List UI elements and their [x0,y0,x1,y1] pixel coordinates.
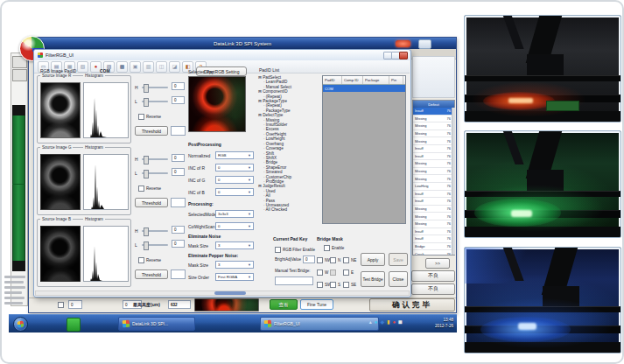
inc-of-g-dropdown[interactable]: 0▼ [215,176,254,184]
threshold-field[interactable] [171,198,186,207]
defect-row[interactable]: Crack76 [413,250,454,256]
taskbar-clock[interactable]: 13:48 2012-7-26 [435,317,453,329]
tray-icon[interactable]: ● [392,319,396,325]
selected-mode-dropdown[interactable]: 3x3x3▼ [215,210,254,218]
defect-row[interactable]: LowHeig76 [413,183,454,191]
l-slider[interactable]: L [135,99,168,104]
size-order-dropdown[interactable]: First RGBA▼ [215,273,254,281]
defect-row[interactable]: Insuff76 [413,145,454,153]
threshold-field[interactable] [171,270,186,279]
system-tray[interactable]: ▴●◆▮●◼ [369,319,403,325]
l-slider[interactable]: L [135,171,168,176]
dialog-close-button[interactable] [399,52,408,60]
taskbar-app-datalink[interactable]: DataLink 3D SPI... [118,317,195,331]
inc-of-r-dropdown[interactable]: 0▼ [215,164,254,172]
fine-tune-button[interactable]: Fine Tune [300,299,333,310]
normalized-dropdown[interactable]: RGB▼ [215,151,254,159]
manual-test-bridge-field[interactable] [275,276,313,285]
quick-launch-green-icon[interactable] [67,318,81,332]
tree-item[interactable]: · All Checked [257,207,319,212]
copy-icon[interactable]: ◫ [156,61,167,73]
defect-row[interactable]: Missing76 [413,175,454,183]
board-map-green-bar[interactable] [12,116,25,261]
l-value-field[interactable]: 0 [172,96,185,104]
padid-column-header[interactable]: Package [363,76,389,84]
reverse-checkbox[interactable]: Reverse [138,114,161,120]
threshold-field[interactable] [171,126,186,136]
threshold-button[interactable]: Threshold [135,198,168,207]
tray-icon[interactable]: ▴ [369,319,372,325]
max-height-value[interactable]: 632 [168,300,191,309]
dialog-hscrollbar-thumb[interactable] [214,291,246,295]
padid-column-header[interactable]: Pin [389,76,403,84]
tray-icon[interactable]: ◆ [380,319,384,325]
defect-row[interactable]: Missing76 [413,137,454,145]
tray-icon[interactable]: ◼ [398,319,403,325]
h-value-field[interactable]: 0 [172,154,185,162]
padid-table-selected-row[interactable]: COM [323,85,405,92]
bridge-cell-e-checkbox[interactable]: E [343,270,354,276]
reverse-checkbox[interactable]: Reverse [138,257,161,263]
defect-row[interactable]: Missing76 [413,116,454,123]
defect-row[interactable]: Bridge76 [413,243,454,251]
defect-list-scrollbar[interactable] [452,108,455,255]
defect-row[interactable]: Insuff76 [413,153,454,161]
status-field-1[interactable]: 0 [68,300,82,309]
l-slider[interactable]: L [135,242,168,248]
confirm-done-button[interactable]: 确认完毕 [369,298,455,312]
bridge-cell-se-checkbox[interactable]: SE [343,282,356,288]
close-button[interactable]: Close [389,271,408,287]
defect-row[interactable]: Missing76 [413,168,454,176]
start-button[interactable] [13,317,28,332]
defect-row[interactable]: Insuff76 [413,228,454,236]
defect-row[interactable]: Insuff76 [413,235,454,243]
mark-ng-button-1[interactable]: 不良 [411,270,455,282]
defect-row[interactable]: Missing76 [413,122,454,130]
reverse-checkbox[interactable]: Reverse [138,186,161,192]
padid-column-header[interactable]: Comp ID [342,76,363,84]
defect-row[interactable]: Missing76 [413,130,454,138]
rgb-filter-enable-checkbox[interactable]: RGB Filter Enable [275,247,315,253]
image-icon[interactable]: ▩ [116,61,128,73]
apply-button[interactable]: Apply [361,253,385,266]
caption-close-button[interactable] [418,39,431,49]
mask-size-dropdown-1[interactable]: 3▼ [215,242,254,249]
defect-row[interactable]: Missing76 [413,206,454,214]
threshold-button[interactable]: Threshold [135,270,168,279]
inc-of-b-dropdown[interactable]: 0▼ [215,188,254,196]
mask-size-dropdown-2[interactable]: 3▼ [215,261,254,269]
colwghtscan-dropdown[interactable]: 0▼ [215,222,254,230]
defect-row[interactable]: Missing76 [413,220,454,228]
defect-row[interactable]: Insuff76 [413,198,454,206]
h-slider[interactable]: H [135,228,168,234]
defect-row[interactable]: Missing76 [413,213,454,220]
status-checkbox[interactable] [58,302,64,308]
table-icon[interactable]: ▥ [143,61,154,73]
layers-icon[interactable]: ▧ [77,61,88,73]
padid-column-header[interactable]: PadID [323,76,342,84]
panel-icon[interactable]: ▣ [130,61,141,73]
h-value-field[interactable]: 0 [172,226,185,234]
bridge-mask-enable-checkbox[interactable]: Enable [324,245,344,251]
tray-icon[interactable]: ▮ [387,319,389,325]
save-button[interactable]: Save [389,253,408,266]
bridge-cell-sw-checkbox[interactable]: SW [317,282,331,288]
bridge-cell-s-checkbox[interactable]: S [330,282,340,288]
pen-icon[interactable]: ◪ [169,61,180,73]
main-window-titlebar[interactable]: DataLink 3D SPI System [29,38,456,49]
status-part-thumbnail[interactable] [194,298,259,312]
view-button[interactable]: 查看 [270,299,298,310]
caption-glow-button[interactable] [396,40,410,47]
tray-icon[interactable]: ● [375,319,378,325]
defect-row[interactable]: Missing76 [413,160,454,168]
h-value-field[interactable]: 0 [172,82,185,90]
bridge-cell-ne-checkbox[interactable]: NE [343,257,356,263]
taskbar-app-filterrgb[interactable]: FilterRGB_UI [260,317,379,331]
bridge-cell-n-checkbox[interactable]: N [330,257,340,263]
defect-row[interactable]: Insuff76 [413,108,454,116]
test-bridge-button[interactable]: Test Bridge [361,271,385,287]
threshold-button[interactable]: Threshold [135,126,168,136]
defect-row[interactable]: Insuff76 [413,191,454,199]
mark-ng-button-2[interactable]: 不良 [411,284,455,295]
h-slider[interactable]: H [135,157,168,162]
